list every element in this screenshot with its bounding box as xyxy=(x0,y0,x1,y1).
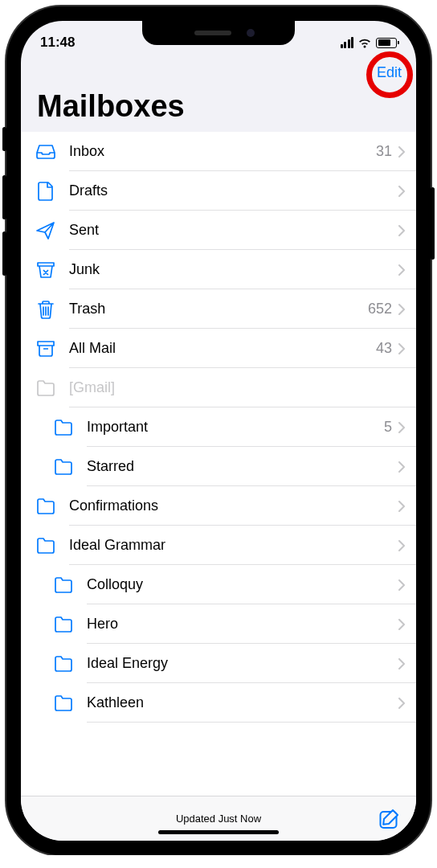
inbox-icon xyxy=(35,141,56,162)
mailbox-count: 652 xyxy=(368,301,392,317)
mailbox-label: Starred xyxy=(87,458,398,475)
mailbox-label: [Gmail] xyxy=(69,379,405,396)
junk-icon xyxy=(35,260,56,280)
mailbox-row-drafts[interactable]: Drafts xyxy=(21,171,416,211)
chevron-right-icon xyxy=(398,619,405,630)
folder-icon xyxy=(53,693,74,714)
folder-icon xyxy=(53,575,74,596)
folder-gray-icon xyxy=(35,378,56,399)
mailbox-label: Inbox xyxy=(69,143,376,160)
mailbox-row-trash[interactable]: Trash652 xyxy=(21,289,416,329)
chevron-right-icon xyxy=(398,698,405,709)
mailbox-row-starred[interactable]: Starred xyxy=(21,447,416,486)
folder-icon xyxy=(35,535,56,556)
folder-icon xyxy=(53,614,74,635)
chevron-right-icon xyxy=(398,264,405,276)
mailbox-row-all-mail[interactable]: All Mail43 xyxy=(21,329,416,368)
home-indicator xyxy=(158,830,279,834)
mailbox-label: Junk xyxy=(69,261,398,278)
mailbox-row-sent[interactable]: Sent xyxy=(21,211,416,250)
mailbox-count: 5 xyxy=(384,419,392,436)
toolbar-status: Updated Just Now xyxy=(176,813,261,825)
mailbox-row-ideal-grammar[interactable]: Ideal Grammar xyxy=(21,526,416,565)
draft-icon xyxy=(35,181,56,202)
signal-icon xyxy=(341,37,354,48)
edit-button[interactable]: Edit xyxy=(377,64,402,81)
mailbox-label: Drafts xyxy=(69,182,398,199)
archive-icon xyxy=(35,338,56,359)
mailbox-label: Kathleen xyxy=(87,694,398,711)
phone-frame: 11:48 Edit Mailboxes Inbox31DraftsSentJu… xyxy=(6,6,431,855)
chevron-right-icon xyxy=(398,501,405,512)
chevron-right-icon xyxy=(398,579,405,591)
notch xyxy=(142,21,295,45)
folder-icon xyxy=(53,457,74,477)
mailbox-row--gmail-: [Gmail] xyxy=(21,368,416,407)
chevron-right-icon xyxy=(398,422,405,433)
chevron-right-icon xyxy=(398,225,405,236)
chevron-right-icon xyxy=(398,304,405,315)
folder-icon xyxy=(35,496,56,517)
sent-icon xyxy=(35,220,56,241)
page-title: Mailboxes xyxy=(21,86,416,132)
chevron-right-icon xyxy=(398,540,405,551)
mailbox-label: Confirmations xyxy=(69,497,398,514)
mailbox-count: 43 xyxy=(376,340,392,357)
compose-button[interactable] xyxy=(379,809,400,829)
mailbox-row-important[interactable]: Important5 xyxy=(21,407,416,447)
chevron-right-icon xyxy=(398,146,405,158)
status-time: 11:48 xyxy=(40,35,75,51)
mailbox-label: Sent xyxy=(69,222,398,239)
folder-icon xyxy=(53,653,74,674)
wifi-icon xyxy=(357,38,372,48)
chevron-right-icon xyxy=(398,343,405,354)
battery-icon xyxy=(376,38,397,48)
mailbox-label: Hero xyxy=(87,616,398,633)
chevron-right-icon xyxy=(398,186,405,197)
mailbox-row-hero[interactable]: Hero xyxy=(21,604,416,644)
mailbox-row-confirmations[interactable]: Confirmations xyxy=(21,486,416,526)
mailbox-count: 31 xyxy=(376,143,392,160)
mailbox-label: Colloquy xyxy=(87,576,398,593)
mailbox-label: Trash xyxy=(69,301,368,317)
mailbox-row-colloquy[interactable]: Colloquy xyxy=(21,565,416,604)
screen: 11:48 Edit Mailboxes Inbox31DraftsSentJu… xyxy=(21,21,416,841)
mailbox-row-ideal-energy[interactable]: Ideal Energy xyxy=(21,644,416,683)
mailbox-label: All Mail xyxy=(69,340,376,357)
chevron-right-icon xyxy=(398,461,405,473)
trash-icon xyxy=(35,299,56,320)
mailbox-list: Inbox31DraftsSentJunkTrash652All Mail43[… xyxy=(21,132,416,796)
mailbox-row-junk[interactable]: Junk xyxy=(21,250,416,289)
compose-icon xyxy=(379,809,400,829)
chevron-right-icon xyxy=(398,658,405,669)
mailbox-row-inbox[interactable]: Inbox31 xyxy=(21,132,416,171)
folder-icon xyxy=(53,417,74,438)
mailbox-label: Important xyxy=(87,419,384,436)
nav-bar: Edit xyxy=(21,56,416,86)
mailbox-row-kathleen[interactable]: Kathleen xyxy=(21,683,416,723)
mailbox-label: Ideal Grammar xyxy=(69,537,398,554)
mailbox-label: Ideal Energy xyxy=(87,655,398,672)
